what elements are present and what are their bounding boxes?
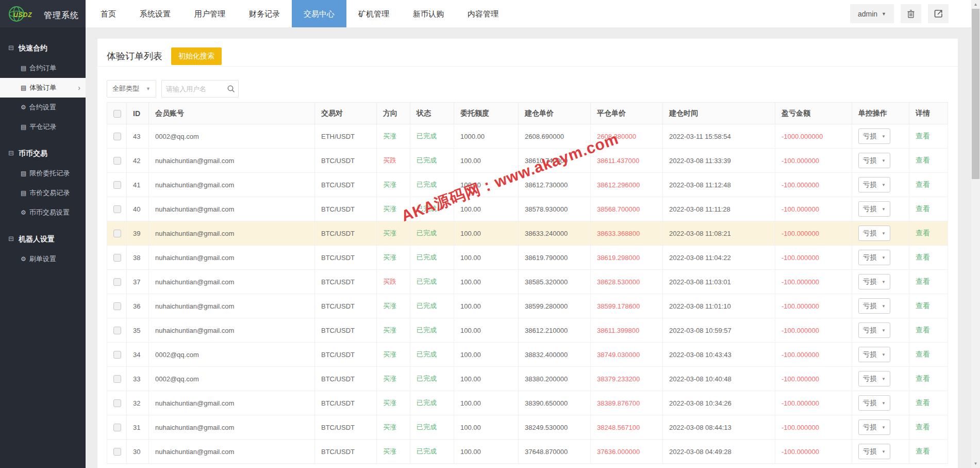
- row-open-time: 2022-03-08 10:59:57: [663, 318, 775, 343]
- scroll-up-icon[interactable]: ▲: [971, 0, 980, 9]
- row-checkbox[interactable]: [113, 448, 121, 456]
- view-detail-link[interactable]: 查看: [916, 398, 930, 407]
- control-select[interactable]: 亏损▼: [858, 225, 890, 241]
- scroll-down-icon[interactable]: ▼: [971, 459, 980, 468]
- logout-button[interactable]: [928, 4, 949, 23]
- row-checkbox-cell: [107, 391, 127, 415]
- row-detail-cell: 查看: [909, 197, 948, 221]
- view-detail-link[interactable]: 查看: [916, 204, 930, 213]
- select-all-checkbox[interactable]: [113, 110, 121, 118]
- row-checkbox[interactable]: [113, 278, 121, 286]
- sidebar-item[interactable]: ▤合约订单: [0, 58, 86, 78]
- row-profit: -100.000000: [775, 440, 852, 464]
- row-open-time: 2022-03-08 08:44:13: [663, 415, 775, 440]
- row-direction: 买涨: [377, 124, 410, 149]
- control-select[interactable]: 亏损▼: [858, 153, 890, 168]
- scrollbar-thumb[interactable]: [972, 9, 979, 179]
- sidebar-section-title[interactable]: ⊟机器人设置: [0, 229, 86, 249]
- view-detail-link[interactable]: 查看: [916, 253, 930, 261]
- row-checkbox[interactable]: [113, 399, 121, 407]
- trash-icon: [907, 9, 915, 18]
- column-header: 建仓单价: [519, 103, 591, 124]
- row-detail-cell: 查看: [909, 294, 948, 318]
- row-checkbox[interactable]: [113, 327, 121, 334]
- control-select[interactable]: 亏损▼: [858, 371, 890, 386]
- view-detail-link[interactable]: 查看: [916, 326, 930, 334]
- control-select[interactable]: 亏损▼: [858, 274, 890, 289]
- nav-item[interactable]: 首页: [89, 0, 128, 27]
- row-id: 38: [127, 246, 149, 270]
- control-select[interactable]: 亏损▼: [858, 347, 890, 362]
- view-detail-link[interactable]: 查看: [916, 447, 930, 455]
- view-detail-link[interactable]: 查看: [916, 350, 930, 358]
- sidebar-item[interactable]: ⚙合约设置: [0, 98, 86, 117]
- nav-item[interactable]: 新币认购: [401, 0, 456, 27]
- sidebar-item[interactable]: ▤市价交易记录: [0, 183, 86, 203]
- view-detail-link[interactable]: 查看: [916, 423, 930, 431]
- nav-item[interactable]: 财务记录: [237, 0, 292, 27]
- row-checkbox[interactable]: [113, 302, 121, 310]
- row-open-price: 38633.240000: [519, 221, 591, 246]
- row-checkbox[interactable]: [113, 181, 121, 189]
- row-amount: 100.00: [454, 173, 519, 197]
- view-detail-link[interactable]: 查看: [916, 132, 930, 140]
- view-detail-link[interactable]: 查看: [916, 277, 930, 285]
- row-status: 已完成: [410, 367, 454, 391]
- row-checkbox[interactable]: [113, 133, 121, 140]
- control-select[interactable]: 亏损▼: [858, 444, 890, 459]
- row-checkbox-cell: [107, 221, 127, 246]
- control-select[interactable]: 亏损▼: [858, 177, 890, 192]
- table-row: 31nuhaichuntian@gmail.comBTC/USDT买涨已完成10…: [107, 415, 948, 440]
- row-direction: 买跌: [377, 149, 410, 173]
- sidebar-section-title[interactable]: ⊟快速合约: [0, 38, 86, 58]
- row-detail-cell: 查看: [909, 318, 948, 343]
- type-select[interactable]: 全部类型 ▼: [107, 80, 156, 98]
- row-checkbox[interactable]: [113, 424, 121, 431]
- control-select[interactable]: 亏损▼: [858, 395, 890, 411]
- init-search-button[interactable]: 初始化搜索: [171, 47, 222, 65]
- sidebar-item[interactable]: ▤平仓记录: [0, 117, 86, 137]
- nav-item[interactable]: 内容管理: [456, 0, 510, 27]
- control-select[interactable]: 亏损▼: [858, 250, 890, 265]
- row-checkbox[interactable]: [113, 375, 121, 383]
- control-select[interactable]: 亏损▼: [858, 298, 890, 314]
- row-amount: 100.00: [454, 415, 519, 440]
- row-control-cell: 亏损▼: [852, 149, 909, 173]
- sidebar-item[interactable]: ⚙币币交易设置: [0, 203, 86, 222]
- view-detail-link[interactable]: 查看: [916, 229, 930, 237]
- control-select[interactable]: 亏损▼: [858, 419, 890, 435]
- nav-item[interactable]: 交易中心: [292, 0, 346, 27]
- search-icon[interactable]: [224, 85, 238, 93]
- admin-dropdown-button[interactable]: admin ▼: [850, 4, 894, 23]
- row-checkbox[interactable]: [113, 157, 121, 165]
- row-checkbox[interactable]: [113, 254, 121, 262]
- nav-item[interactable]: 用户管理: [182, 0, 237, 27]
- nav-item[interactable]: 矿机管理: [346, 0, 401, 27]
- row-detail-cell: 查看: [909, 173, 948, 197]
- sidebar-item[interactable]: ▤限价委托记录: [0, 164, 86, 183]
- row-checkbox[interactable]: [113, 351, 121, 359]
- control-select[interactable]: 亏损▼: [858, 322, 890, 338]
- row-id: 30: [127, 440, 149, 464]
- trash-button[interactable]: [901, 4, 921, 23]
- control-select[interactable]: 亏损▼: [858, 128, 890, 144]
- page-title: 体验订单列表: [107, 50, 162, 62]
- view-detail-link[interactable]: 查看: [916, 180, 930, 188]
- column-header: 委托额度: [454, 103, 519, 124]
- nav-item[interactable]: 系统设置: [128, 0, 182, 27]
- row-pair: BTC/USDT: [315, 440, 377, 464]
- row-profit: -100.000000: [775, 270, 852, 294]
- sidebar-item[interactable]: ▤体验订单›: [0, 78, 86, 98]
- view-detail-link[interactable]: 查看: [916, 156, 930, 164]
- control-select[interactable]: 亏损▼: [858, 201, 890, 217]
- username-search-input[interactable]: [162, 85, 224, 93]
- view-detail-link[interactable]: 查看: [916, 374, 930, 382]
- row-checkbox-cell: [107, 294, 127, 318]
- view-detail-link[interactable]: 查看: [916, 301, 930, 310]
- row-account: nuhaichuntian@gmail.com: [149, 440, 315, 464]
- sidebar-section-title[interactable]: ⊟币币交易: [0, 143, 86, 164]
- sidebar-item[interactable]: ⚙刷单设置: [0, 249, 86, 269]
- row-checkbox[interactable]: [113, 230, 121, 237]
- scrollbar[interactable]: ▲ ▼: [971, 0, 980, 468]
- row-checkbox[interactable]: [113, 205, 121, 213]
